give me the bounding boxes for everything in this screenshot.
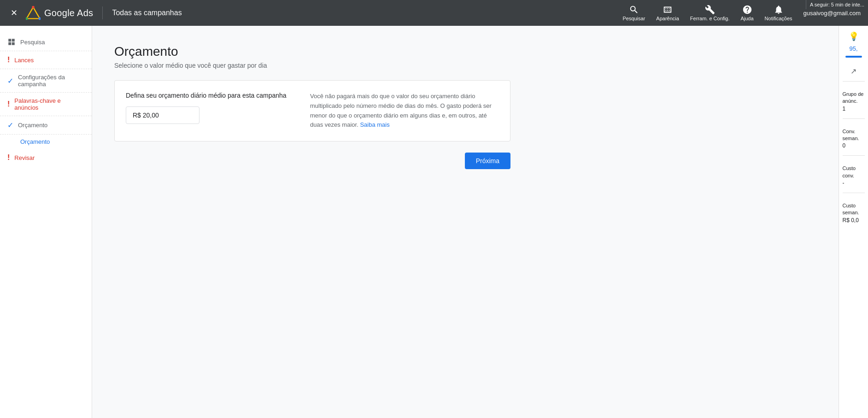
budget-left-panel: Defina seu orçamento diário médio para e… [126,92,292,130]
main-layout: Pesquisa ! Lances ✓ Configurações da cam… [0,26,868,418]
rp-divider-2 [843,118,865,119]
search-label: Pesquisar [622,16,645,21]
error-icon-palavras: ! [7,100,10,108]
sidebar-item-pesquisa[interactable]: Pesquisa [0,33,92,51]
rp-divider-3 [843,155,865,156]
budget-right-panel: Você não pagará mais do que o valor do s… [310,92,499,130]
topbar-notifications-button[interactable]: Notificações [765,5,792,21]
sidebar: Pesquisa ! Lances ✓ Configurações da cam… [0,26,92,418]
notifications-icon [774,5,784,15]
appearance-label: Aparência [656,16,679,21]
sidebar-item-orcamento[interactable]: ✓ Orçamento [0,116,92,135]
error-icon-lances: ! [7,56,10,64]
google-ads-logo-icon [26,6,41,20]
sidebar-label-revisar: Revisar [14,154,35,161]
budget-card: Defina seu orçamento diário médio para e… [114,80,510,141]
rp-divider-4 [843,193,865,193]
trend-icon[interactable]: ↗ [850,67,856,76]
sidebar-item-configuracoes[interactable]: ✓ Configurações da campanha [0,69,92,93]
appearance-icon [663,5,673,15]
sidebar-item-orcamento-sub[interactable]: Orçamento [0,135,92,149]
learn-more-link[interactable]: Saiba mais [360,121,389,128]
sidebar-item-revisar[interactable]: ! Revisar [0,149,92,166]
rp-value-custo-seman: R$ 0,0 [843,217,859,224]
error-icon-revisar: ! [7,153,10,162]
rp-label-custo-seman: Custo seman. [843,202,865,217]
rp-section-custo-seman: Custo seman. R$ 0,0 [841,202,867,224]
score-bar [845,56,862,58]
budget-input-wrap [126,106,199,124]
topbar-divider [102,6,103,19]
check-icon-configuracoes: ✓ [7,77,13,85]
topbar-brand: Google Ads [44,8,93,18]
budget-input[interactable] [133,112,188,119]
budget-left-title: Defina seu orçamento diário médio para e… [126,92,292,99]
lightbulb-icon[interactable]: 💡 [849,31,859,41]
interrupt-badge: A seguir: 5 min de inte... [806,0,868,9]
topbar-appearance-button[interactable]: Aparência [656,5,679,21]
page-subtitle: Selecione o valor médio que você quer ga… [114,62,816,69]
sidebar-label-configuracoes: Configurações da campanha [18,74,84,88]
rp-value-custo-conv: - [843,179,845,187]
topbar-user-email[interactable]: gusaivog@gmail.com [803,10,861,17]
check-icon-orcamento: ✓ [7,121,13,130]
rp-label-custo-conv: Custo conv. [843,165,865,179]
sidebar-item-palavras[interactable]: ! Palavras-chave e anúncios [0,93,92,116]
topbar-help-button[interactable]: Ajuda [740,5,753,21]
sidebar-item-lances[interactable]: ! Lances [0,51,92,69]
sidebar-label-orcamento: Orçamento [18,122,47,129]
rp-section-custo-conv: Custo conv. - [841,165,867,187]
grid-icon [7,38,16,46]
rp-value-conv: 0 [843,142,846,150]
rp-label-conv: Conv. seman. [843,128,865,142]
right-panel: 💡 95, ↗ Grupo de anúnc. 1 Conv. seman. 0… [839,26,868,418]
next-button[interactable]: Próxima [465,153,510,169]
svg-point-3 [32,6,35,9]
svg-marker-0 [27,7,40,19]
sidebar-label-lances: Lances [14,57,34,64]
topbar-search-button[interactable]: Pesquisar [622,5,645,21]
tools-label: Ferram. e Config. [690,16,730,21]
rp-value-grupos: 1 [843,105,846,113]
search-icon [629,5,639,15]
optimization-score: 95, [849,45,857,52]
rp-label-grupos: Grupo de anúnc. [843,91,865,105]
rp-section-grupos: Grupo de anúnc. 1 [841,91,867,113]
topbar-logo: Google Ads [26,6,93,20]
rp-section-conv: Conv. seman. 0 [841,128,867,150]
close-button[interactable]: ✕ [7,6,20,19]
topbar-campaign-title: Todas as campanhas [112,9,182,17]
tools-icon [705,5,715,15]
page-title: Orçamento [114,44,816,59]
sidebar-label-pesquisa: Pesquisa [20,39,45,46]
main-content: Orçamento Selecione o valor médio que vo… [92,26,839,418]
rp-divider-1 [843,81,865,82]
help-icon [742,5,752,15]
topbar-tools-button[interactable]: Ferram. e Config. [690,5,730,21]
help-label: Ajuda [740,16,753,21]
notifications-label: Notificações [765,16,792,21]
budget-description: Você não pagará mais do que o valor do s… [310,93,492,128]
next-button-row: Próxima [114,153,510,169]
topbar: ✕ Google Ads Todas as campanhas Pesquisa… [0,0,868,26]
sidebar-label-palavras: Palavras-chave e anúncios [14,97,84,111]
sidebar-label-orcamento-sub: Orçamento [20,138,50,145]
